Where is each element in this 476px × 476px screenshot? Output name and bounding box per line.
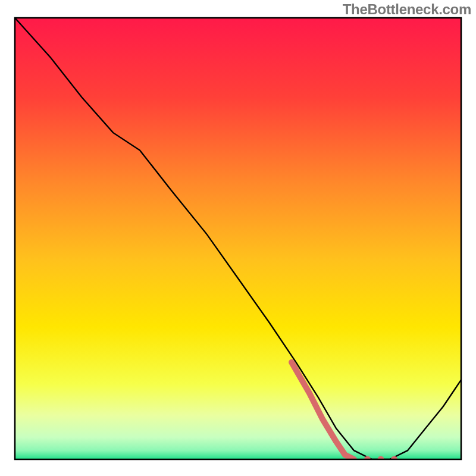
watermark-text: TheBottleneck.com [343, 1, 471, 18]
plot-background [15, 18, 461, 459]
chart-svg [0, 0, 476, 476]
chart-canvas: TheBottleneck.com [0, 0, 476, 476]
